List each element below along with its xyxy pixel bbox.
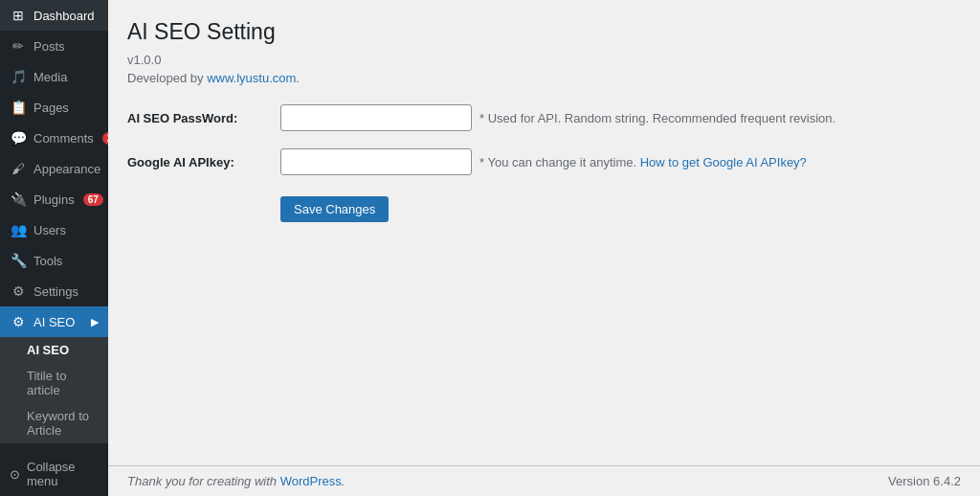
developer-link[interactable]: www.lyustu.com xyxy=(207,71,296,85)
password-field-wrap: * Used for API. Random string. Recommend… xyxy=(280,104,835,131)
main-content: AI SEO Setting v1.0.0 Developed by www.l… xyxy=(108,0,980,496)
sidebar-item-ai-seo[interactable]: ⚙ AI SEO ▶ xyxy=(0,306,108,337)
sidebar-item-label: Plugins xyxy=(33,192,75,207)
page-title: AI SEO Setting xyxy=(127,19,961,45)
ai-seo-submenu: AI SEO Titile to article Keyword to Arti… xyxy=(0,337,108,443)
sidebar-item-pages[interactable]: 📋 Pages xyxy=(0,92,108,123)
sidebar-item-label: Posts xyxy=(33,39,65,54)
sidebar-item-label: Tools xyxy=(33,254,62,268)
sidebar-item-users[interactable]: 👥 Users xyxy=(0,214,108,245)
sidebar-item-label: Dashboard xyxy=(33,9,95,23)
sidebar-item-label: Appearance xyxy=(33,162,100,176)
sidebar-item-media[interactable]: 🎵 Media xyxy=(0,61,108,92)
ai-seo-arrow: ▶ xyxy=(91,316,99,328)
media-icon: 🎵 xyxy=(10,69,27,84)
submenu-item-ai-seo[interactable]: AI SEO xyxy=(0,337,108,363)
footer: Thank you for creating with WordPress. V… xyxy=(108,465,980,496)
sidebar-item-label: AI SEO xyxy=(33,315,75,329)
wordpress-link[interactable]: WordPress xyxy=(280,474,342,488)
password-input[interactable] xyxy=(280,104,472,131)
footer-thank-you: Thank you for creating with xyxy=(127,474,280,488)
sidebar-item-dashboard[interactable]: ⊞ Dashboard xyxy=(0,0,108,31)
sidebar-item-label: Media xyxy=(33,70,67,84)
apikey-note: * You can change it anytime. How to get … xyxy=(479,155,807,169)
collapse-label: Collapse menu xyxy=(27,460,99,488)
version-text: v1.0.0 xyxy=(127,53,961,67)
sidebar-item-appearance[interactable]: 🖌 Appearance xyxy=(0,153,108,184)
apikey-label: Google AI APIkey: xyxy=(127,155,280,169)
developed-by-text: Developed by www.lyustu.com. xyxy=(127,71,961,85)
submenu-item-keyword-to-article[interactable]: Keyword to Article xyxy=(0,403,108,443)
sidebar-item-label: Users xyxy=(33,223,66,237)
tools-icon: 🔧 xyxy=(10,253,27,268)
sidebar-item-comments[interactable]: 💬 Comments 2 xyxy=(0,123,108,153)
password-label: AI SEO PassWord: xyxy=(127,111,280,125)
appearance-icon: 🖌 xyxy=(10,161,27,176)
sidebar-item-label: Settings xyxy=(33,284,78,299)
apikey-help-link[interactable]: How to get Google AI APIkey? xyxy=(640,155,807,169)
apikey-input[interactable] xyxy=(280,148,472,175)
version-label: Version 6.4.2 xyxy=(888,474,961,488)
footer-period: . xyxy=(342,474,345,488)
submenu-label: AI SEO xyxy=(27,343,69,357)
submenu-item-title-to-article[interactable]: Titile to article xyxy=(0,363,108,403)
developed-by-prefix: Developed by xyxy=(127,71,207,85)
sidebar-item-posts[interactable]: ✏ Posts xyxy=(0,31,108,61)
footer-text: Thank you for creating with WordPress. xyxy=(127,474,345,488)
plugins-icon: 🔌 xyxy=(10,192,27,207)
apikey-field-wrap: * You can change it anytime. How to get … xyxy=(280,148,807,175)
sidebar-item-label: Pages xyxy=(33,101,69,115)
posts-icon: ✏ xyxy=(10,38,27,54)
submenu-label: Keyword to Article xyxy=(27,409,89,438)
users-icon: 👥 xyxy=(10,222,27,237)
collapse-icon: ⊙ xyxy=(10,467,20,482)
apikey-note-text: * You can change it anytime. xyxy=(479,155,636,169)
settings-form: AI SEO PassWord: * Used for API. Random … xyxy=(127,104,961,222)
save-button[interactable]: Save Changes xyxy=(280,196,389,222)
ai-seo-icon: ⚙ xyxy=(10,314,27,329)
sidebar: ⊞ Dashboard ✏ Posts 🎵 Media 📋 Pages 💬 Co… xyxy=(0,0,108,496)
settings-icon: ⚙ xyxy=(10,283,27,299)
sidebar-item-label: Comments xyxy=(33,131,94,146)
password-note: * Used for API. Random string. Recommend… xyxy=(479,111,835,125)
apikey-row: Google AI APIkey: * You can change it an… xyxy=(127,148,961,175)
submenu-label: Titile to article xyxy=(27,369,66,397)
save-row: Save Changes xyxy=(127,192,961,222)
content-area: AI SEO Setting v1.0.0 Developed by www.l… xyxy=(108,0,980,465)
password-row: AI SEO PassWord: * Used for API. Random … xyxy=(127,104,961,131)
comments-icon: 💬 xyxy=(10,130,27,146)
pages-icon: 📋 xyxy=(10,100,27,115)
sidebar-item-settings[interactable]: ⚙ Settings xyxy=(0,276,108,306)
developed-by-suffix: . xyxy=(296,71,300,85)
collapse-menu-button[interactable]: ⊙ Collapse menu xyxy=(0,452,108,496)
sidebar-item-plugins[interactable]: 🔌 Plugins 67 xyxy=(0,184,108,214)
plugins-badge: 67 xyxy=(83,193,103,206)
sidebar-item-tools[interactable]: 🔧 Tools xyxy=(0,245,108,276)
dashboard-icon: ⊞ xyxy=(10,8,27,23)
